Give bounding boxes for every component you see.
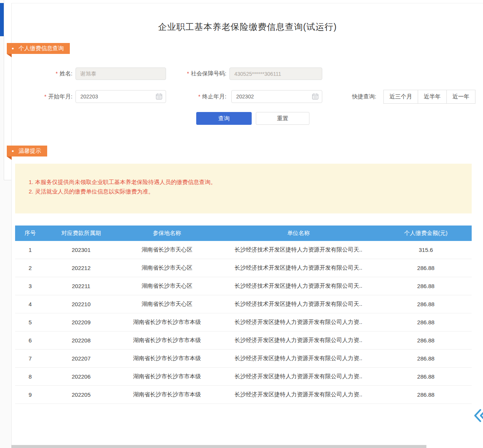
cell-area: 湖南省长沙市长沙市市本级 — [117, 373, 217, 380]
cell-company: 长沙经济开发区捷特人力资源开发有限公司人力资.. — [217, 391, 380, 398]
end-month-field[interactable] — [231, 90, 322, 103]
cell-company: 长沙经济技术开发区捷特人力资源开发有限公司天.. — [217, 282, 380, 290]
cell-company: 长沙经济开发区捷特人力资源开发有限公司人力资.. — [217, 319, 380, 326]
quick-btn-last-3-months[interactable]: 近三个月 — [383, 90, 418, 104]
cell-company: 长沙经济开发区捷特人力资源开发有限公司人力资.. — [217, 373, 380, 380]
cell-seq: 4 — [15, 301, 45, 307]
cell-area: 湖南省长沙市长沙市市本级 — [117, 355, 217, 362]
table-row[interactable]: 6 202208 湖南省长沙市长沙市市本级 长沙经济开发区捷特人力资源开发有限公… — [15, 331, 472, 350]
table-row[interactable]: 4 202210 湖南省长沙市天心区 长沙经济技术开发区捷特人力资源开发有限公司… — [15, 295, 472, 313]
cell-period: 202301 — [45, 247, 117, 253]
header-company: 单位名称 — [217, 230, 380, 237]
reset-button[interactable]: 重置 — [256, 112, 309, 125]
cell-company: 长沙经济技术开发区捷特人力资源开发有限公司天.. — [217, 264, 380, 272]
notice-line: 2. 灵活就业人员的缴费单位信息以实际缴费为准。 — [29, 187, 464, 196]
table-row[interactable]: 9 202205 湖南省长沙市长沙市市本级 长沙经济开发区捷特人力资源开发有限公… — [15, 386, 472, 404]
page: 企业职工基本养老保险缴费信息查询(试运行) • 个人缴费信息查询 *姓名: *社… — [0, 0, 483, 448]
cell-seq: 7 — [15, 355, 45, 362]
required-asterisk: * — [44, 94, 46, 100]
cell-area: 湖南省长沙市天心区 — [117, 301, 217, 308]
header-seq: 序号 — [15, 230, 45, 237]
collapse-panel-button[interactable] — [472, 409, 483, 422]
table-header-row: 序号 对应费款所属期 参保地名称 单位名称 个人缴费金额(元) — [15, 226, 472, 241]
header-amount: 个人缴费金额(元) — [380, 230, 472, 237]
cell-amount: 286.88 — [380, 319, 472, 325]
end-month-label: *终止年月: — [177, 93, 226, 100]
cell-period: 202210 — [45, 301, 117, 307]
cell-amount: 286.88 — [380, 373, 472, 380]
start-month-label: *开始年月: — [23, 93, 72, 100]
cell-area: 湖南省长沙市长沙市市本级 — [117, 391, 217, 398]
cell-seq: 8 — [15, 373, 45, 380]
table-row[interactable]: 8 202206 湖南省长沙市长沙市市本级 长沙经济开发区捷特人力资源开发有限公… — [15, 368, 472, 386]
cell-company: 长沙经济技术开发区捷特人力资源开发有限公司天.. — [217, 246, 380, 253]
cell-area: 湖南省长沙市天心区 — [117, 264, 217, 272]
cell-seq: 9 — [15, 391, 45, 398]
query-button[interactable]: 查询 — [196, 112, 252, 125]
cell-company: 长沙经济开发区捷特人力资源开发有限公司人力资.. — [217, 355, 380, 362]
name-input — [75, 68, 166, 80]
double-chevron-left-icon — [472, 409, 483, 422]
cell-area: 湖南省长沙市长沙市市本级 — [117, 337, 217, 344]
cell-amount: 286.88 — [380, 391, 472, 398]
cell-period: 202212 — [45, 265, 117, 271]
cell-seq: 1 — [15, 247, 45, 253]
cell-period: 202209 — [45, 319, 117, 325]
ssn-input — [229, 68, 322, 80]
cell-period: 202208 — [45, 337, 117, 344]
cell-area: 湖南省长沙市长沙市市本级 — [117, 319, 217, 326]
start-month-field[interactable] — [75, 90, 166, 103]
calendar-icon[interactable] — [156, 93, 162, 100]
notice-line: 1. 本服务仅提供尚未领取企业职工基本养老保险待遇人员的缴费信息查询。 — [29, 177, 464, 187]
name-label: *姓名: — [23, 70, 72, 77]
header-period: 对应费款所属期 — [45, 230, 117, 237]
required-asterisk: * — [187, 71, 189, 77]
section-badge-label: 个人缴费信息查询 — [18, 45, 64, 52]
cell-area: 湖南省长沙市天心区 — [117, 246, 217, 253]
calendar-icon[interactable] — [312, 93, 318, 100]
table-row[interactable]: 7 202207 湖南省长沙市长沙市市本级 长沙经济开发区捷特人力资源开发有限公… — [15, 350, 472, 368]
cell-period: 202211 — [45, 283, 117, 289]
table-row[interactable]: 2 202212 湖南省长沙市天心区 长沙经济技术开发区捷特人力资源开发有限公司… — [15, 259, 472, 277]
required-asterisk: * — [198, 94, 200, 100]
cell-amount: 286.88 — [380, 355, 472, 362]
bullet-icon: • — [12, 43, 14, 54]
quick-query-group: 近三个月 近半年 近一年 — [383, 90, 475, 104]
cell-amount: 315.6 — [380, 247, 472, 253]
cell-seq: 2 — [15, 265, 45, 271]
table-row[interactable]: 1 202301 湖南省长沙市天心区 长沙经济技术开发区捷特人力资源开发有限公司… — [15, 241, 472, 259]
header-area: 参保地名称 — [117, 230, 217, 237]
page-title: 企业职工基本养老保险缴费信息查询(试运行) — [12, 21, 483, 33]
cell-seq: 6 — [15, 337, 45, 344]
quick-query-label: 快捷查询: — [352, 93, 376, 100]
table-row[interactable]: 5 202209 湖南省长沙市长沙市市本级 长沙经济开发区捷特人力资源开发有限公… — [15, 313, 472, 331]
cell-seq: 5 — [15, 319, 45, 325]
cell-period: 202206 — [45, 373, 117, 380]
section-badge-label: 温馨提示 — [18, 147, 41, 155]
required-asterisk: * — [55, 71, 57, 77]
bullet-icon: • — [12, 146, 14, 156]
cell-amount: 286.88 — [380, 337, 472, 344]
quick-btn-last-half-year[interactable]: 近半年 — [418, 90, 447, 104]
cell-period: 202207 — [45, 355, 117, 362]
section-badge-tips: • 温馨提示 — [7, 146, 47, 156]
table-row[interactable]: 3 202211 湖南省长沙市天心区 长沙经济技术开发区捷特人力资源开发有限公司… — [15, 277, 472, 295]
cell-amount: 286.88 — [380, 265, 472, 271]
cell-company: 长沙经济技术开发区捷特人力资源开发有限公司天.. — [217, 301, 380, 308]
cell-period: 202205 — [45, 391, 117, 398]
notice-box: 1. 本服务仅提供尚未领取企业职工基本养老保险待遇人员的缴费信息查询。 2. 灵… — [15, 164, 472, 213]
end-month-input[interactable] — [231, 90, 322, 103]
bottom-bar-decoration — [11, 445, 426, 448]
cell-amount: 286.88 — [380, 283, 472, 289]
ssn-label: *社会保障号码: — [172, 70, 226, 77]
quick-btn-last-year[interactable]: 近一年 — [446, 90, 475, 104]
cell-amount: 286.88 — [380, 301, 472, 307]
payment-table: 序号 对应费款所属期 参保地名称 单位名称 个人缴费金额(元) 1 202301… — [15, 226, 472, 404]
cell-company: 长沙经济开发区捷特人力资源开发有限公司人力资.. — [217, 337, 380, 344]
cell-area: 湖南省长沙市天心区 — [117, 282, 217, 290]
start-month-input[interactable] — [75, 90, 166, 103]
section-badge-personal-query: • 个人缴费信息查询 — [7, 43, 70, 54]
cell-seq: 3 — [15, 283, 45, 289]
